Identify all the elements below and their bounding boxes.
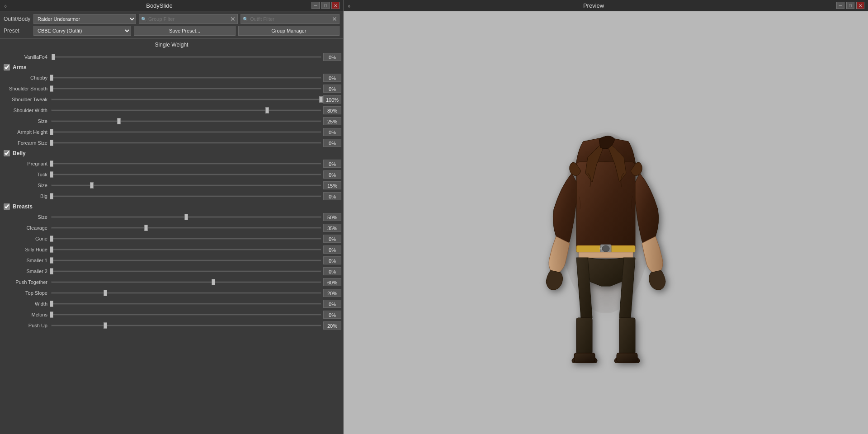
slider-track[interactable]	[51, 163, 321, 165]
outfit-filter-input[interactable]	[250, 14, 330, 24]
slider-track-wrapper[interactable]	[51, 127, 321, 137]
slider-thumb[interactable]	[50, 85, 53, 92]
slider-track[interactable]	[51, 99, 321, 100]
slider-track[interactable]	[51, 184, 321, 186]
slider-track[interactable]	[51, 120, 321, 122]
slider-thumb[interactable]	[144, 225, 148, 231]
slider-track[interactable]	[51, 259, 321, 261]
slider-track[interactable]	[51, 281, 321, 283]
slider-track-wrapper[interactable]	[51, 159, 321, 168]
outfit-filter-clear[interactable]: ✕	[330, 15, 339, 23]
slider-thumb[interactable]	[90, 182, 94, 189]
slider-track-wrapper[interactable]	[51, 310, 321, 319]
slider-track-wrapper[interactable]	[51, 181, 321, 190]
slider-track[interactable]	[51, 227, 321, 229]
vanillafo4-track-wrapper[interactable]	[51, 52, 321, 61]
slider-thumb[interactable]	[50, 140, 53, 146]
slider-track-wrapper[interactable]	[51, 95, 321, 104]
slider-track[interactable]	[51, 238, 321, 240]
slider-track-wrapper[interactable]	[51, 73, 321, 82]
minimize-button[interactable]: ─	[311, 2, 320, 9]
slider-thumb[interactable]	[50, 301, 53, 307]
preset-select[interactable]: CBBE Curvy (Outfit)	[33, 26, 131, 36]
slider-thumb[interactable]	[212, 279, 215, 285]
slider-thumb[interactable]	[319, 96, 323, 103]
slider-thumb[interactable]	[50, 311, 53, 318]
slider-track-wrapper[interactable]	[51, 321, 321, 330]
slider-track[interactable]	[51, 109, 321, 111]
slider-thumb[interactable]	[50, 257, 53, 264]
slider-thumb[interactable]	[50, 75, 53, 81]
sliders-area[interactable]: VanillaFo4 0% Arms Chubby 0% Shou	[0, 50, 343, 434]
slider-thumb[interactable]	[50, 160, 53, 167]
slider-track[interactable]	[51, 270, 321, 272]
slider-label-shoulder-tweak: Shoulder Tweak	[4, 97, 51, 102]
slider-thumb[interactable]	[104, 322, 107, 329]
slider-track-wrapper[interactable]	[51, 192, 321, 201]
slider-track-wrapper[interactable]	[51, 245, 321, 254]
slider-row: Shoulder Smooth 0%	[0, 83, 343, 94]
group-checkbox-belly[interactable]	[4, 150, 10, 156]
slider-track[interactable]	[51, 142, 321, 144]
preview-title-bar: ⬨ Preview ─ □ ✕	[344, 0, 868, 11]
slider-track-wrapper[interactable]	[51, 138, 321, 147]
slider-label-smaller-2: Smaller 2	[4, 269, 51, 274]
slider-thumb[interactable]	[117, 118, 121, 124]
slider-track[interactable]	[51, 249, 321, 250]
slider-track-wrapper[interactable]	[51, 234, 321, 243]
slider-label-armpit-height: Armpit Height	[4, 129, 51, 135]
preview-maximize-button[interactable]: □	[846, 2, 854, 9]
vanillafo4-thumb[interactable]	[52, 54, 55, 60]
save-preset-button[interactable]: Save Preset...	[134, 26, 235, 36]
toolbar: Outfit/Body Raider Underarmor 🔍 ✕ 🔍 ✕ Pr…	[0, 11, 343, 39]
slider-track-wrapper[interactable]	[51, 267, 321, 276]
slider-track[interactable]	[51, 131, 321, 133]
slider-thumb[interactable]	[50, 171, 53, 178]
slider-track[interactable]	[51, 325, 321, 326]
app-title: BodySlide	[7, 2, 311, 9]
slider-track-wrapper[interactable]	[51, 299, 321, 308]
slider-track[interactable]	[51, 292, 321, 294]
slider-row: Gone 0%	[0, 233, 343, 244]
slider-track-wrapper[interactable]	[51, 117, 321, 126]
slider-track-wrapper[interactable]	[51, 212, 321, 222]
vanillafo4-label: VanillaFo4	[4, 54, 51, 60]
slider-track-wrapper[interactable]	[51, 223, 321, 232]
slider-label-width: Width	[4, 301, 51, 307]
slider-thumb[interactable]	[50, 129, 53, 135]
slider-track[interactable]	[51, 88, 321, 90]
group-checkbox-breasts[interactable]	[4, 203, 10, 210]
slider-track-wrapper[interactable]	[51, 278, 321, 287]
slider-thumb[interactable]	[50, 236, 53, 242]
group-filter-clear[interactable]: ✕	[228, 15, 237, 23]
slider-track[interactable]	[51, 216, 321, 218]
slider-track[interactable]	[51, 303, 321, 305]
group-manager-button[interactable]: Group Manager	[238, 26, 340, 36]
outfit-select[interactable]: Raider Underarmor	[33, 14, 136, 24]
slider-track-wrapper[interactable]	[51, 170, 321, 179]
close-button[interactable]: ✕	[331, 2, 340, 9]
slider-thumb[interactable]	[50, 268, 53, 274]
slider-track[interactable]	[51, 77, 321, 79]
right-panel: ⬨ Preview ─ □ ✕	[344, 0, 868, 434]
slider-track[interactable]	[51, 314, 321, 316]
slider-track[interactable]	[51, 174, 321, 175]
slider-track[interactable]	[51, 195, 321, 197]
slider-track-wrapper[interactable]	[51, 106, 321, 115]
slider-thumb[interactable]	[104, 290, 107, 296]
maximize-button[interactable]: □	[321, 2, 330, 9]
group-filter-input[interactable]	[148, 14, 228, 24]
svg-point-4	[602, 245, 609, 252]
slider-thumb[interactable]	[184, 214, 188, 220]
slider-track-wrapper[interactable]	[51, 256, 321, 265]
slider-track-wrapper[interactable]	[51, 288, 321, 297]
slider-thumb[interactable]	[50, 193, 53, 199]
group-checkbox-arms[interactable]	[4, 64, 10, 71]
vanillafo4-track[interactable]	[51, 56, 321, 58]
slider-thumb[interactable]	[50, 246, 53, 253]
slider-value: 0%	[323, 245, 341, 254]
preview-minimize-button[interactable]: ─	[836, 2, 844, 9]
slider-thumb[interactable]	[265, 107, 269, 113]
preview-close-button[interactable]: ✕	[856, 2, 864, 9]
slider-track-wrapper[interactable]	[51, 84, 321, 93]
